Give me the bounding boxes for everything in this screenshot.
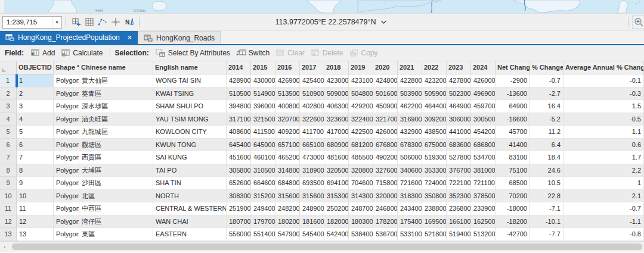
cell[interactable]: 429200 bbox=[349, 100, 373, 113]
cell[interactable]: 464900 bbox=[447, 100, 471, 113]
cell[interactable]: 315600 bbox=[275, 190, 300, 203]
cell[interactable]: 514900 bbox=[251, 88, 275, 101]
cell[interactable]: 10.5 bbox=[530, 177, 564, 190]
cell[interactable]: 473000 bbox=[300, 151, 324, 164]
cell[interactable]: 481600 bbox=[324, 151, 349, 164]
cell[interactable]: 觀塘區 bbox=[79, 139, 153, 152]
cell[interactable]: 533100 bbox=[398, 228, 422, 241]
cell[interactable]: Polygon bbox=[54, 139, 79, 152]
select-features-icon[interactable] bbox=[70, 15, 83, 29]
column-header[interactable]: 2024 bbox=[471, 61, 496, 74]
cell[interactable]: WAN CHAI bbox=[153, 215, 227, 229]
row-number[interactable]: 2 bbox=[0, 88, 17, 101]
cell[interactable]: 323600 bbox=[324, 113, 349, 126]
crosshair-icon[interactable] bbox=[109, 15, 122, 29]
cell[interactable]: 424800 bbox=[373, 74, 398, 88]
cell[interactable]: 沙田區 bbox=[79, 177, 153, 190]
cell[interactable]: 396000 bbox=[251, 100, 275, 113]
delete-selected-button[interactable]: Delete bbox=[308, 48, 346, 58]
cell[interactable]: -18200 bbox=[496, 215, 530, 229]
cell[interactable]: 350800 bbox=[422, 190, 447, 203]
cell[interactable]: 9 bbox=[17, 177, 54, 190]
cell[interactable]: 665100 bbox=[300, 139, 324, 152]
cell[interactable]: 2 bbox=[17, 88, 54, 101]
coordinates-dropdown-chevron-icon[interactable] bbox=[380, 20, 386, 24]
cell[interactable]: 501600 bbox=[373, 88, 398, 101]
cell[interactable]: -42700 bbox=[496, 228, 530, 241]
column-header[interactable]: English name bbox=[153, 61, 227, 74]
cell[interactable]: 454200 bbox=[471, 126, 496, 139]
cell[interactable]: 408600 bbox=[227, 126, 251, 139]
cell[interactable]: 427800 bbox=[447, 74, 471, 88]
column-header[interactable]: Net Change bbox=[496, 61, 530, 74]
cell[interactable]: 249400 bbox=[251, 202, 275, 215]
cell[interactable]: 11 bbox=[17, 202, 54, 215]
cell[interactable]: 西貢區 bbox=[79, 151, 153, 164]
horizontal-scrollbar[interactable]: ‹ bbox=[0, 241, 644, 252]
cell[interactable]: EASTERN bbox=[153, 228, 227, 241]
cell[interactable]: -0.1 bbox=[564, 74, 644, 88]
cell[interactable]: 378500 bbox=[471, 190, 496, 203]
cell[interactable]: 7 bbox=[17, 151, 54, 164]
cell[interactable]: 430000 bbox=[251, 74, 275, 88]
clear-selection-button[interactable]: Clear bbox=[273, 48, 308, 58]
cell[interactable]: 233900 bbox=[471, 202, 496, 215]
cell[interactable]: 678300 bbox=[398, 139, 422, 152]
zoom-tool-frame[interactable] bbox=[632, 15, 644, 29]
switch-selection-button[interactable]: Switch bbox=[233, 48, 273, 58]
cell[interactable]: 422500 bbox=[349, 126, 373, 139]
cell[interactable]: Polygon bbox=[54, 164, 79, 177]
cell[interactable]: 306000 bbox=[447, 113, 471, 126]
cell[interactable]: Polygon bbox=[54, 215, 79, 229]
cell[interactable]: 450900 bbox=[373, 100, 398, 113]
cell[interactable]: 459700 bbox=[471, 100, 496, 113]
cell[interactable]: 465200 bbox=[275, 151, 300, 164]
cell[interactable]: 1.7 bbox=[564, 151, 644, 164]
zoom-magnifier-icon[interactable] bbox=[633, 17, 644, 27]
cell[interactable]: 310500 bbox=[251, 164, 275, 177]
cell[interactable]: 湾仔區 bbox=[79, 215, 153, 229]
cell[interactable]: 676800 bbox=[373, 139, 398, 152]
row-number[interactable]: 13 bbox=[0, 228, 17, 241]
cell[interactable]: 2.1 bbox=[564, 190, 644, 203]
cell[interactable]: 376700 bbox=[447, 164, 471, 177]
scale-dropdown-arrow-icon[interactable]: ▾ bbox=[52, 17, 61, 28]
cell[interactable]: Polygon bbox=[54, 190, 79, 203]
cell[interactable]: 320500 bbox=[324, 164, 349, 177]
cell[interactable]: 250200 bbox=[324, 202, 349, 215]
cell[interactable]: Polygon bbox=[54, 74, 79, 88]
tab-hongkong-roads[interactable]: HongKong_Roads bbox=[138, 31, 221, 44]
cell[interactable]: 45700 bbox=[496, 126, 530, 139]
cell[interactable]: 300500 bbox=[471, 113, 496, 126]
cell[interactable]: KOWLOON CITY bbox=[153, 126, 227, 139]
column-header[interactable]: 2018 bbox=[324, 61, 349, 74]
cell[interactable]: 417000 bbox=[324, 126, 349, 139]
cell[interactable]: 315600 bbox=[300, 190, 324, 203]
cell[interactable]: 510500 bbox=[227, 88, 251, 101]
tab-hongkong-projectedpopulation[interactable]: HongKong_ProjectedPopulation ✕ bbox=[0, 31, 138, 44]
cell[interactable]: SHAM SHUI PO bbox=[153, 100, 227, 113]
cell[interactable]: 438500 bbox=[422, 126, 447, 139]
cell[interactable]: 305800 bbox=[227, 164, 251, 177]
cell[interactable]: 4 bbox=[17, 113, 54, 126]
cell[interactable]: SHA TIN bbox=[153, 177, 227, 190]
cell[interactable]: -0.7 bbox=[530, 74, 564, 88]
cell[interactable]: 175400 bbox=[398, 215, 422, 229]
cell[interactable]: 180300 bbox=[349, 215, 373, 229]
cell[interactable]: 353300 bbox=[422, 164, 447, 177]
map-scale-value[interactable]: 1:239,715 bbox=[3, 18, 52, 26]
cell[interactable]: 黃大仙區 bbox=[79, 74, 153, 88]
cell[interactable]: 318900 bbox=[300, 164, 324, 177]
cell[interactable]: 22.8 bbox=[530, 190, 564, 203]
cell[interactable]: 322400 bbox=[349, 113, 373, 126]
cell[interactable]: 169500 bbox=[422, 215, 447, 229]
cell[interactable]: 178200 bbox=[373, 215, 398, 229]
cell[interactable]: 547900 bbox=[275, 228, 300, 241]
cell[interactable]: 426000 bbox=[373, 126, 398, 139]
cell[interactable]: Polygon bbox=[54, 202, 79, 215]
cell[interactable]: 485500 bbox=[349, 151, 373, 164]
cell[interactable]: 352300 bbox=[447, 190, 471, 203]
select-by-attributes-button[interactable]: Select By Attributes bbox=[153, 48, 233, 58]
cell[interactable]: CENTRAL & WESTERN bbox=[153, 202, 227, 215]
row-number[interactable]: 7 bbox=[0, 151, 17, 164]
